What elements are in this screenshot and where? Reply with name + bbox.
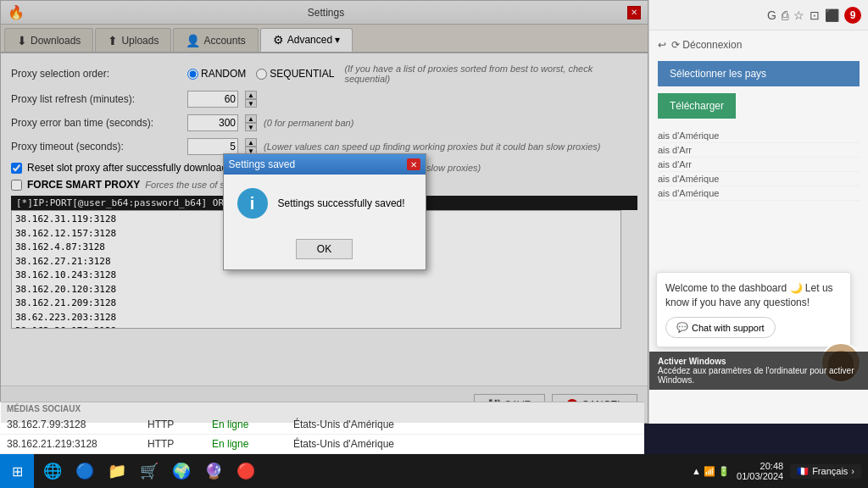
- browser-content: ↩ ⟳ Déconnexion Sélectionner les pays Té…: [649, 30, 868, 216]
- tab-icon[interactable]: ⊡: [810, 8, 820, 22]
- country-cell: États-Unis d'Amérique: [293, 438, 420, 450]
- taskbar-time: 20:48: [737, 461, 783, 471]
- protocol-cell: HTTP: [147, 438, 198, 450]
- list-item: ais d'Arr: [658, 158, 860, 172]
- taskbar-edge-icon[interactable]: 🔵: [70, 456, 100, 486]
- taskbar-icons: 🌐 🔵 📁 🛒 🌍 🔮 🔴: [34, 456, 264, 486]
- chat-welcome-message: Welcome to the dashboard 🌙 Let us know i…: [665, 281, 842, 310]
- start-button[interactable]: ⊞: [0, 454, 34, 488]
- modal-body: i Settings successfully saved!: [224, 175, 426, 232]
- table-row: 38.162.21.219:3128 HTTP En ligne États-U…: [0, 435, 644, 454]
- activation-title: Activer Windows: [658, 357, 861, 366]
- activation-notice: Activer Windows Accédez aux paramètres d…: [649, 352, 868, 390]
- modal-titlebar: Settings saved ✕: [224, 154, 426, 175]
- list-item: ais d'Arr: [658, 143, 860, 158]
- browser-toolbar: G ⎙ ☆ ⊡ ⬛ 9: [649, 0, 868, 30]
- activation-hint: Accédez aux paramètres de l'ordinateur p…: [658, 366, 861, 385]
- download-button[interactable]: Télécharger: [658, 93, 736, 119]
- taskbar-red-icon[interactable]: 🔴: [231, 456, 261, 486]
- chat-bubble-icon: 💬: [676, 322, 688, 333]
- logout-icon: ↩: [658, 39, 666, 51]
- settings-saved-dialog: Settings saved ✕ i Settings successfully…: [223, 153, 426, 270]
- taskbar-folder-icon[interactable]: 📁: [102, 456, 132, 486]
- flag-icon: 🇫🇷: [797, 466, 809, 477]
- settings-window: 🔥 Settings ✕ ⬇ Downloads ⬆ Uploads 👤 Acc…: [0, 0, 648, 424]
- modal-overlay: Settings saved ✕ i Settings successfully…: [1, 1, 648, 423]
- list-item: ais d'Amérique: [658, 186, 860, 201]
- taskbar-date: 01/03/2024: [737, 471, 783, 481]
- list-item: ais d'Amérique: [658, 129, 860, 143]
- taskbar-store-icon[interactable]: 🛒: [134, 456, 164, 486]
- status-cell: En ligne: [212, 438, 280, 450]
- taskbar-ie-icon[interactable]: 🌐: [37, 456, 68, 486]
- logout-row: ↩ ⟳ Déconnexion: [658, 39, 860, 51]
- taskbar-chrome-icon[interactable]: 🌍: [166, 456, 197, 486]
- taskbar-clock: 20:48 01/03/2024: [737, 461, 783, 481]
- modal-close-button[interactable]: ✕: [407, 158, 420, 170]
- modal-message: Settings successfully saved!: [278, 197, 405, 209]
- right-panel: G ⎙ ☆ ⊡ ⬛ 9 ↩ ⟳ Déconnexion Sélectionner…: [648, 0, 868, 424]
- chat-widget: Welcome to the dashboard 🌙 Let us know i…: [656, 272, 851, 347]
- profile-icon[interactable]: 9: [844, 7, 861, 24]
- chat-support-button[interactable]: 💬 Chat with support: [665, 317, 776, 338]
- ok-button[interactable]: OK: [296, 239, 353, 259]
- star-icon[interactable]: ☆: [793, 8, 804, 22]
- logout-label[interactable]: ⟳ Déconnexion: [671, 39, 742, 51]
- language-label: Français: [812, 466, 848, 476]
- chat-support-label: Chat with support: [692, 323, 765, 333]
- google-icon[interactable]: G: [767, 8, 776, 22]
- system-tray: ▲ 📶 🔋: [692, 466, 730, 477]
- info-icon: i: [237, 188, 268, 219]
- chevron-right-icon: ›: [851, 466, 854, 476]
- taskbar-app-icon[interactable]: 🔮: [198, 456, 229, 486]
- taskbar-right: ▲ 📶 🔋 20:48 01/03/2024 🇫🇷 Français ›: [692, 461, 868, 481]
- list-item: ais d'Amérique: [658, 172, 860, 186]
- modal-buttons: OK: [224, 232, 426, 269]
- language-selector[interactable]: 🇫🇷 Français ›: [790, 464, 861, 479]
- window-icon[interactable]: ⬛: [825, 8, 839, 22]
- region-list: ais d'Amériqueais d'Arrais d'Arrais d'Am…: [658, 129, 860, 201]
- ip-cell: 38.162.21.219:3128: [7, 438, 134, 450]
- share-icon[interactable]: ⎙: [782, 8, 788, 22]
- modal-title: Settings saved: [229, 158, 296, 170]
- select-country-button[interactable]: Sélectionner les pays: [658, 61, 860, 86]
- taskbar: ⊞ 🌐 🔵 📁 🛒 🌍 🔮 🔴 ▲ 📶 🔋 20:48 01/03/2024 🇫…: [0, 454, 868, 488]
